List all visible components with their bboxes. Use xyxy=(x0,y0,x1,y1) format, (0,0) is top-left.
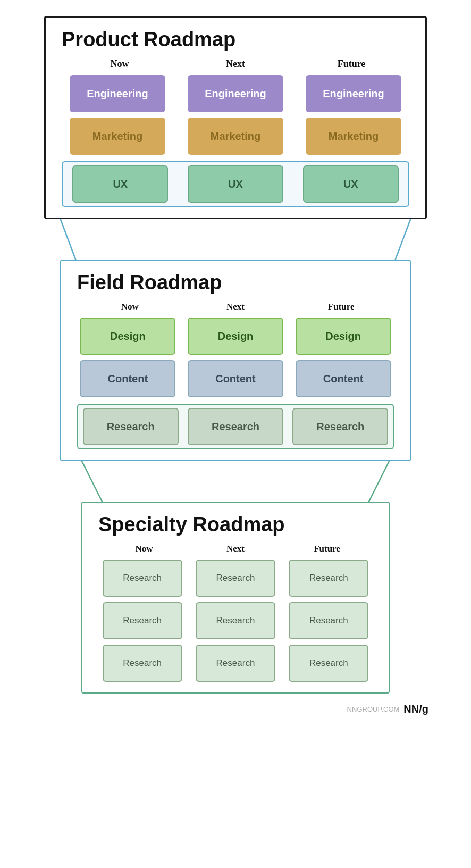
ux-now: UX xyxy=(72,165,168,203)
marketing-row: Marketing Marketing Marketing xyxy=(62,118,409,155)
specialty-r3-future: Research xyxy=(289,645,368,682)
specialty-col-future: Future xyxy=(287,544,367,554)
connector-field-specialty xyxy=(60,460,411,503)
content-future: Content xyxy=(296,360,391,397)
design-next: Design xyxy=(188,318,283,355)
product-roadmap: Product Roadmap Now Next Future Engineer… xyxy=(44,16,427,219)
specialty-r2-next: Research xyxy=(196,602,275,639)
connector-product-field xyxy=(44,218,427,261)
product-col-future: Future xyxy=(304,59,399,70)
design-future: Design xyxy=(296,318,391,355)
footer-logo: NN/g xyxy=(403,703,428,715)
ux-next: UX xyxy=(188,165,283,203)
specialty-col-now: Now xyxy=(104,544,184,554)
svg-line-0 xyxy=(60,218,76,261)
field-research-future: Research xyxy=(292,408,388,445)
svg-line-3 xyxy=(368,460,390,503)
field-research-row: Research Research Research xyxy=(81,408,390,445)
specialty-r3-next: Research xyxy=(196,645,275,682)
marketing-now: Marketing xyxy=(70,118,165,155)
ux-row-wrapper: UX UX UX xyxy=(62,161,409,207)
field-roadmap-title: Field Roadmap xyxy=(77,271,394,294)
product-col-now: Now xyxy=(72,59,167,70)
field-research-now: Research xyxy=(83,408,179,445)
specialty-row-2: Research Research Research xyxy=(98,602,373,639)
engineering-future: Engineering xyxy=(306,75,401,112)
specialty-r1-now: Research xyxy=(103,560,182,597)
engineering-row: Engineering Engineering Engineering xyxy=(62,75,409,112)
product-roadmap-headers: Now Next Future xyxy=(62,59,409,70)
content-next: Content xyxy=(188,360,283,397)
field-roadmap-headers: Now Next Future xyxy=(77,302,394,312)
product-roadmap-title: Product Roadmap xyxy=(62,28,409,51)
marketing-future: Marketing xyxy=(306,118,401,155)
ux-future: UX xyxy=(303,165,399,203)
design-now: Design xyxy=(80,318,175,355)
specialty-roadmap-headers: Now Next Future xyxy=(98,544,373,554)
footer-website: NNGROUP.COM xyxy=(347,705,400,713)
specialty-roadmap: Specialty Roadmap Now Next Future Resear… xyxy=(81,502,390,694)
field-col-future: Future xyxy=(301,302,381,312)
product-col-next: Next xyxy=(188,59,283,70)
page-wrapper: Product Roadmap Now Next Future Engineer… xyxy=(32,16,439,715)
specialty-row-3: Research Research Research xyxy=(98,645,373,682)
specialty-r3-now: Research xyxy=(103,645,182,682)
svg-line-2 xyxy=(81,460,103,503)
specialty-roadmap-grid: Research Research Research Research Rese… xyxy=(98,560,373,682)
marketing-next: Marketing xyxy=(188,118,283,155)
design-row: Design Design Design xyxy=(77,318,394,355)
footer: NNGROUP.COM NN/g xyxy=(32,703,439,715)
ux-row: UX UX UX xyxy=(66,165,405,203)
engineering-next: Engineering xyxy=(188,75,283,112)
field-roadmap: Field Roadmap Now Next Future Design Des… xyxy=(60,260,411,461)
research-row-wrapper: Research Research Research xyxy=(77,404,394,449)
content-now: Content xyxy=(80,360,175,397)
engineering-now: Engineering xyxy=(70,75,165,112)
product-roadmap-grid: Engineering Engineering Engineering Mark… xyxy=(62,75,409,207)
svg-line-1 xyxy=(395,218,411,261)
field-col-now: Now xyxy=(90,302,170,312)
specialty-col-next: Next xyxy=(196,544,275,554)
content-row: Content Content Content xyxy=(77,360,394,397)
specialty-r1-future: Research xyxy=(289,560,368,597)
field-research-next: Research xyxy=(188,408,283,445)
specialty-r2-future: Research xyxy=(289,602,368,639)
specialty-roadmap-title: Specialty Roadmap xyxy=(98,513,373,536)
field-roadmap-grid: Design Design Design Content Content Con… xyxy=(77,318,394,449)
field-col-next: Next xyxy=(196,302,275,312)
specialty-row-1: Research Research Research xyxy=(98,560,373,597)
specialty-r1-next: Research xyxy=(196,560,275,597)
specialty-r2-now: Research xyxy=(103,602,182,639)
